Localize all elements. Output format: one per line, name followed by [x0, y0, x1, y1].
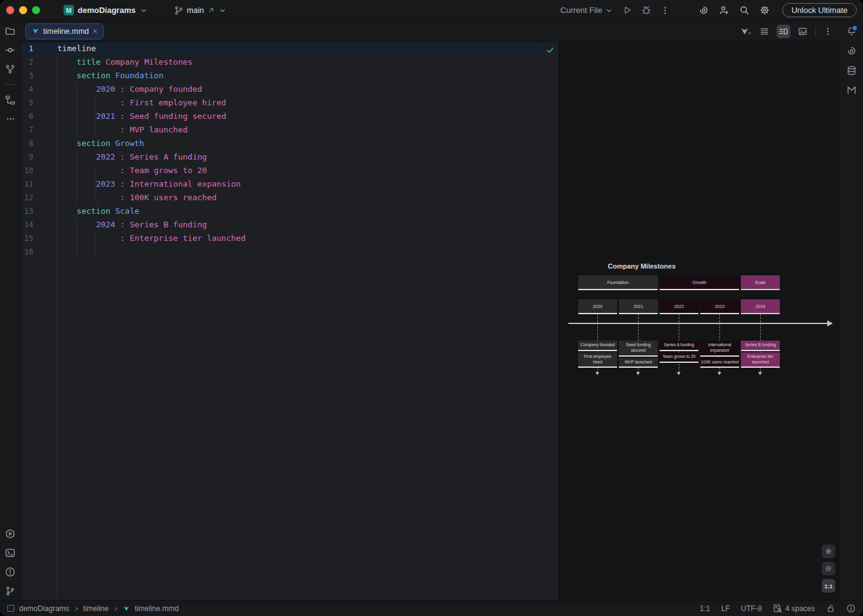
indent-widget[interactable]: 4 spaces [773, 604, 815, 613]
search-everywhere-icon[interactable] [739, 5, 750, 15]
line-number[interactable]: 10 [21, 164, 33, 177]
line-number[interactable]: 15 [21, 232, 33, 245]
mermaid-preview-panel[interactable]: Company Milestones FoundationGrowthScale… [558, 42, 839, 600]
ai-assistant-tool-icon[interactable] [846, 46, 857, 56]
unlock-ultimate-button[interactable]: Unlock Ultimate [782, 3, 857, 17]
timeline-event-column: Company foundedFirst employee hired [578, 341, 617, 368]
code-line[interactable]: 15 : Enterprise tier launched [21, 232, 558, 245]
timeline-event-box: Company founded [578, 341, 617, 351]
breadcrumb-separator: > [74, 605, 78, 612]
settings-gear-icon[interactable] [759, 5, 770, 15]
line-number[interactable]: 13 [21, 205, 33, 218]
code-line[interactable]: 11 2023 : International expansion [21, 177, 558, 191]
editor-options-kebab-icon[interactable] [823, 26, 833, 36]
line-number[interactable]: 5 [21, 96, 33, 110]
run-button[interactable] [622, 5, 632, 15]
chevron-down-icon [218, 6, 227, 15]
line-number[interactable]: 1 [21, 42, 33, 55]
more-run-actions-button[interactable] [660, 6, 670, 15]
code-line[interactable]: 6 2021 : Seed funding secured [21, 110, 558, 123]
code-text: : First employee hired [57, 98, 226, 107]
breadcrumb-project[interactable]: demoDiagrams [19, 604, 69, 613]
code-line[interactable]: 5 : First employee hired [21, 96, 558, 110]
more-tools-icon[interactable] [6, 114, 15, 124]
database-tool-icon[interactable] [846, 65, 857, 76]
left-tool-strip [0, 21, 21, 600]
line-number[interactable]: 9 [21, 150, 33, 164]
code-line[interactable]: 3 section Foundation [21, 69, 558, 83]
debug-button[interactable] [641, 5, 652, 15]
notifications-bell-icon[interactable] [846, 26, 857, 36]
line-number[interactable]: 3 [21, 69, 33, 83]
chevron-down-icon [605, 6, 613, 15]
line-number[interactable]: 8 [21, 137, 33, 150]
tab-bar: timeline.mmd × ? [21, 21, 839, 42]
code-line[interactable]: 14 2024 : Series B funding [21, 218, 558, 232]
git-branch-icon [174, 6, 184, 15]
terminal-tool-icon[interactable] [5, 548, 15, 558]
toolbar-divider [815, 26, 816, 37]
tab-timeline-mmd[interactable]: timeline.mmd × [25, 23, 104, 39]
line-number[interactable]: 7 [21, 123, 33, 137]
split-view-icon[interactable] [777, 25, 790, 38]
run-configuration-selector[interactable]: Current File [560, 6, 613, 15]
vcs-tool-icon[interactable] [5, 64, 15, 75]
code-line[interactable]: 12 : 100K users reached [21, 191, 558, 205]
line-number[interactable]: 16 [21, 245, 33, 259]
line-ending[interactable]: LF [721, 604, 730, 613]
zoom-reset-button[interactable]: 1:1 [822, 579, 835, 593]
code-line[interactable]: 2 title Company Milestones [21, 55, 558, 69]
breadcrumb-folder[interactable]: timeline [83, 604, 108, 613]
branch-widget[interactable]: main [174, 6, 227, 15]
ai-assistant-icon[interactable] [698, 5, 709, 15]
inspections-status-icon[interactable] [846, 604, 856, 613]
line-number[interactable]: 11 [21, 177, 33, 191]
code-editor[interactable]: 1timeline2 title Company Milestones3 sec… [21, 42, 558, 600]
breadcrumb-file[interactable]: timeline.mmd [135, 604, 179, 613]
push-arrow-icon [207, 6, 215, 14]
line-number[interactable]: 6 [21, 110, 33, 123]
caret-position[interactable]: 1:1 [700, 604, 710, 613]
inspections-widget[interactable] [542, 43, 558, 57]
line-number[interactable]: 2 [21, 55, 33, 69]
code-line[interactable]: 13 section Scale [21, 205, 558, 218]
mermaid-help-icon[interactable]: ? [740, 26, 752, 36]
window-zoom-button[interactable] [32, 6, 40, 14]
editor-column: timeline.mmd × ? [21, 21, 839, 600]
editor-only-view-icon[interactable] [759, 26, 769, 36]
lock-open-icon[interactable] [826, 604, 835, 613]
code-line[interactable]: 16 [21, 245, 558, 259]
zoom-out-button[interactable] [822, 562, 835, 575]
commit-tool-icon[interactable] [5, 45, 15, 55]
code-text: section Scale [57, 206, 139, 216]
code-line[interactable]: 8 section Growth [21, 137, 558, 150]
services-tool-icon[interactable] [5, 529, 15, 539]
window-minimize-button[interactable] [19, 6, 27, 14]
window-close-button[interactable] [6, 6, 14, 14]
git-tool-icon[interactable] [5, 586, 15, 596]
line-number[interactable]: 4 [21, 83, 33, 96]
tab-close-icon[interactable]: × [92, 27, 97, 35]
status-bar: demoDiagrams > timeline > timeline.mmd 1… [0, 600, 863, 616]
zoom-in-button[interactable] [822, 545, 835, 558]
maven-tool-icon[interactable] [846, 85, 857, 95]
preview-only-view-icon[interactable] [798, 26, 808, 36]
problems-tool-icon[interactable] [5, 567, 15, 577]
code-with-me-icon[interactable] [719, 5, 729, 15]
code-line[interactable]: 10 : Team grows to 20 [21, 164, 558, 177]
code-line[interactable]: 7 : MVP launched [21, 123, 558, 137]
line-number[interactable]: 14 [21, 218, 33, 232]
structure-tool-icon[interactable] [5, 95, 15, 105]
timeline-year-box: 2022 [660, 299, 698, 314]
code-line[interactable]: 1timeline [21, 42, 558, 55]
code-text: : MVP launched [57, 125, 187, 134]
line-number[interactable]: 12 [21, 191, 33, 205]
code-text: title Company Milestones [57, 57, 192, 67]
file-encoding[interactable]: UTF-8 [741, 604, 762, 613]
project-tool-icon[interactable] [5, 26, 15, 36]
project-widget[interactable]: M demoDiagrams [63, 5, 148, 15]
breadcrumbs: demoDiagrams > timeline > timeline.mmd [7, 604, 179, 613]
code-text: : Enterprise tier launched [57, 233, 245, 243]
code-line[interactable]: 9 2022 : Series A funding [21, 150, 558, 164]
code-line[interactable]: 4 2020 : Company founded [21, 83, 558, 96]
